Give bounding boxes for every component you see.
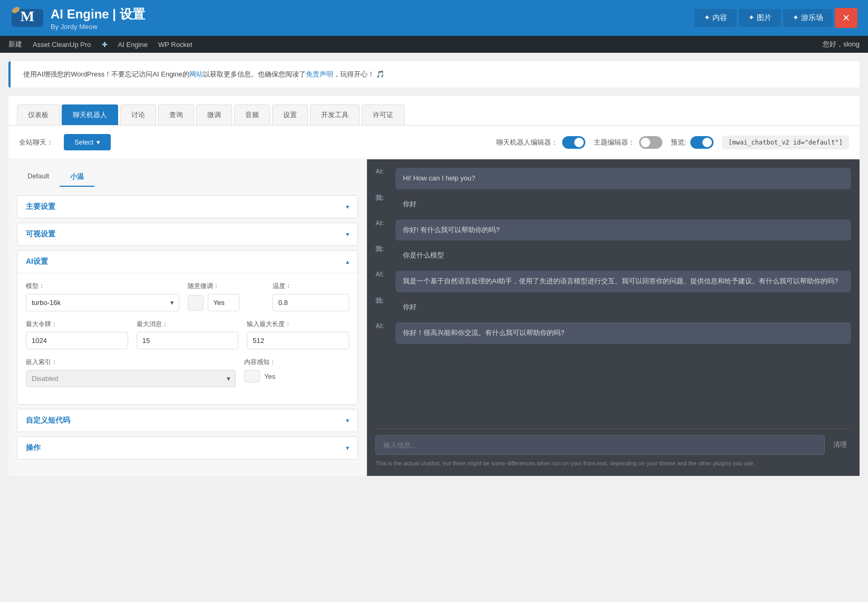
chat-text-2: 你好 [396,194,851,215]
top-nav-buttons: ✦ 内容 ✦ 图片 ✦ 游乐场 ✕ [695,8,857,28]
content-aware-toggle-box[interactable] [244,370,260,383]
preview-toggle-group: 预览: [671,136,714,149]
theme-editor-label: 主题编辑器： [594,138,635,147]
random-input-wrapper [188,294,264,311]
model-label: 模型： [26,282,179,291]
chevron-down-icon: ▾ [97,138,100,146]
chat-sender-1: AI: [375,168,391,175]
chatbot-editor-toggle-group: 聊天机器人编辑器： [496,136,585,149]
content-aware-toggle-wrapper: Yes [244,370,349,383]
random-label: 随意微调： [188,282,264,291]
header-title-area: AI Engine | 设置 By Jordy Meow [51,6,145,31]
max-tokens-input[interactable] [26,332,128,349]
actions-accordion: 操作 ▾ [17,436,358,460]
inner-tabs: Default 小温 [17,168,358,187]
theme-editor-toggle-group: 主题编辑器： [594,136,662,149]
nav-images-button[interactable]: ✦ 图片 [739,9,781,27]
max-messages-label: 最大消息： [137,320,239,329]
theme-editor-toggle[interactable] [639,136,662,149]
actions-title: 操作 [26,443,41,453]
random-input[interactable] [208,294,239,311]
model-select-wrapper: turbo-16k ▾ [26,294,179,311]
chat-sender-7: AI: [375,322,391,330]
chat-text-4: 你是什么模型 [396,245,851,266]
max-input-group: 输入最大长度： [247,320,349,349]
chat-input[interactable] [375,435,825,455]
admin-bar-aiengine[interactable]: AI Engine [118,41,148,49]
chat-message-7: AI: 你好！很高兴能和你交流。有什么我可以帮助你的吗? [375,322,851,344]
sitewide-bar: 全站聊天： Select ▾ 聊天机器人编辑器： 主题编辑器： 预览: [mwa… [8,126,860,159]
chatbot-editor-toggle[interactable] [562,136,585,149]
random-box[interactable] [188,295,204,311]
right-panel: AI: Hi! How can I help you? 我: 你好 AI: [367,159,860,476]
temperature-field-group: 温度： [273,282,349,311]
embed-index-select[interactable]: Disabled [26,370,236,387]
nav-playground-button[interactable]: ✦ 游乐场 [783,9,833,27]
temperature-label: 温度： [273,282,349,291]
custom-shortcode-header[interactable]: 自定义短代码 ▾ [17,409,358,432]
main-settings-header[interactable]: 主要设置 ▾ [17,196,358,218]
temperature-input[interactable] [273,294,349,311]
tab-chatbot[interactable]: 聊天机器人 [62,104,118,125]
ai-settings-header[interactable]: AI设置 ▴ [17,251,358,273]
chat-message-2: 我: 你好 [375,194,851,215]
website-link[interactable]: 网站 [189,70,203,78]
visual-settings-header[interactable]: 可视设置 ▾ [17,223,358,245]
admin-new-button[interactable]: 新建 [8,40,22,49]
max-input-label: 输入最大长度： [247,320,349,329]
model-select[interactable]: turbo-16k [26,294,179,311]
sitewide-right-controls: 聊天机器人编辑器： 主题编辑器： 预览: [mwai_chatbot_v2 id… [496,136,849,149]
sitewide-select-button[interactable]: Select ▾ [64,134,111,150]
tab-dashboard[interactable]: 仪表板 [17,104,60,125]
chat-sender-4: 我: [375,245,391,254]
preview-label: 预览: [671,138,687,147]
svg-text:M: M [21,8,34,24]
tab-discussion[interactable]: 讨论 [120,104,156,125]
main-settings-chevron: ▾ [346,203,349,211]
max-messages-input[interactable] [137,332,239,349]
nav-content-button[interactable]: ✦ 内容 [695,9,737,27]
content-aware-label: 内容感知： [244,358,349,367]
admin-bar-wprocket[interactable]: WP Rocket [158,41,192,49]
tab-finetune[interactable]: 微调 [196,104,232,125]
main-settings-accordion: 主要设置 ▾ [17,195,358,218]
chat-container: AI: Hi! How can I help you? 我: 你好 AI: [375,168,851,424]
sitewide-label: 全站聊天： [19,138,53,147]
chat-sender-6: 我: [375,297,391,305]
main-settings-title: 主要设置 [26,202,55,212]
chat-footer: This is the actual chatbot, but there mi… [375,455,851,468]
disclaimer-link[interactable]: 免责声明 [306,70,333,78]
chat-message-4: 我: 你是什么模型 [375,245,851,266]
max-input-input[interactable] [247,332,349,349]
actions-header[interactable]: 操作 ▾ [17,437,358,459]
chat-text-1: Hi! How can I help you? [396,168,851,189]
chat-message-6: 我: 你好 [375,297,851,318]
chat-message-1: AI: Hi! How can I help you? [375,168,851,189]
close-button[interactable]: ✕ [835,8,857,28]
chat-clear-button[interactable]: 清理 [829,436,851,454]
embed-index-group: 嵌入索引： Disabled ▾ [26,358,236,387]
admin-bar-cleanup[interactable]: Asset CleanUp Pro [33,41,91,49]
inner-tab-xiao-wen[interactable]: 小温 [60,168,94,187]
chat-sender-3: AI: [375,219,391,227]
tab-devtools[interactable]: 开发工具 [310,104,360,125]
tab-license[interactable]: 许可证 [362,104,404,125]
max-messages-group: 最大消息： [137,320,239,349]
max-tokens-group: 最大令牌： [26,320,128,349]
chat-message-5: AI: 我是一个基于自然语言处理的AI助手，使用了先进的语言模型进行交互。我可以… [375,271,851,292]
ai-settings-accordion: AI设置 ▴ 模型： turbo-16k ▾ [17,250,358,405]
custom-shortcode-chevron: ▾ [346,417,349,424]
tab-settings[interactable]: 设置 [272,104,308,125]
logo-area: M AI Engine | 设置 By Jordy Meow [11,4,686,32]
tab-query[interactable]: 查询 [158,104,194,125]
visual-settings-chevron: ▾ [346,231,349,238]
tab-audio[interactable]: 音频 [234,104,270,125]
preview-toggle[interactable] [690,136,713,149]
content-panels: Default 小温 主要设置 ▾ 可视设置 ▾ AI设置 [8,159,860,476]
inner-tab-default[interactable]: Default [17,168,60,187]
chat-sender-2: 我: [375,194,391,203]
content-aware-group: 内容感知： Yes [244,358,349,387]
ai-settings-chevron: ▴ [346,258,349,265]
tab-navigation: 仪表板 聊天机器人 讨论 查询 微调 音频 设置 开发工具 许可证 [8,96,860,126]
chat-text-3: 你好! 有什么我可以帮助你的吗? [396,219,851,241]
